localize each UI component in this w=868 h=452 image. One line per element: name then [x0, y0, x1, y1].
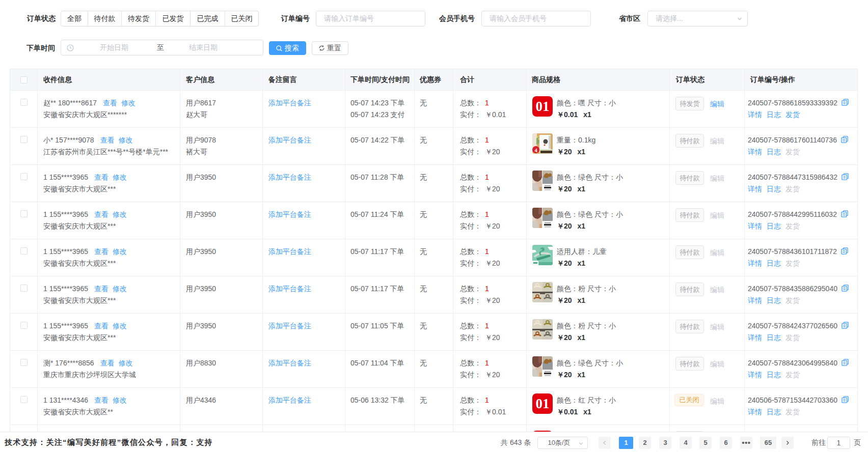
svg-text:4: 4 — [534, 148, 537, 153]
